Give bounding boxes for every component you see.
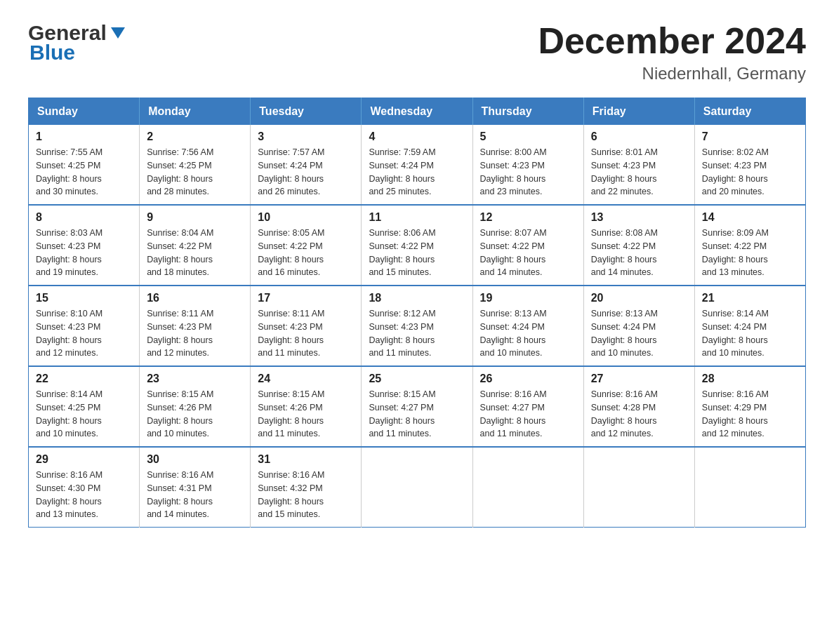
day-info: Sunrise: 8:11 AM Sunset: 4:23 PM Dayligh… bbox=[258, 307, 354, 360]
calendar-day-cell: 20 Sunrise: 8:13 AM Sunset: 4:24 PM Dayl… bbox=[583, 286, 694, 366]
svg-marker-0 bbox=[111, 27, 125, 39]
weekday-header-cell: Thursday bbox=[472, 98, 583, 126]
day-info: Sunrise: 8:16 AM Sunset: 4:30 PM Dayligh… bbox=[36, 469, 132, 521]
page-header: General Blue December 2024 Niedernhall, … bbox=[28, 21, 806, 83]
day-number: 14 bbox=[702, 211, 798, 224]
day-info: Sunrise: 8:16 AM Sunset: 4:32 PM Dayligh… bbox=[258, 469, 354, 521]
day-number: 1 bbox=[36, 130, 132, 143]
day-info: Sunrise: 8:03 AM Sunset: 4:23 PM Dayligh… bbox=[36, 227, 132, 279]
calendar-day-cell: 17 Sunrise: 8:11 AM Sunset: 4:23 PM Dayl… bbox=[251, 286, 362, 366]
weekday-header-cell: Wednesday bbox=[362, 98, 472, 126]
calendar-day-cell: 15 Sunrise: 8:10 AM Sunset: 4:23 PM Dayl… bbox=[29, 286, 140, 366]
day-number: 29 bbox=[36, 453, 132, 466]
day-info: Sunrise: 8:13 AM Sunset: 4:24 PM Dayligh… bbox=[480, 307, 576, 360]
day-info: Sunrise: 8:10 AM Sunset: 4:23 PM Dayligh… bbox=[36, 307, 132, 360]
day-info: Sunrise: 8:14 AM Sunset: 4:25 PM Dayligh… bbox=[36, 388, 132, 441]
day-info: Sunrise: 8:08 AM Sunset: 4:22 PM Dayligh… bbox=[591, 227, 687, 279]
calendar-day-cell: 10 Sunrise: 8:05 AM Sunset: 4:22 PM Dayl… bbox=[251, 205, 362, 286]
day-number: 25 bbox=[369, 373, 465, 385]
day-info: Sunrise: 8:01 AM Sunset: 4:23 PM Dayligh… bbox=[591, 146, 687, 199]
title-area: December 2024 Niedernhall, Germany bbox=[538, 21, 806, 83]
day-info: Sunrise: 8:15 AM Sunset: 4:26 PM Dayligh… bbox=[258, 388, 354, 441]
day-number: 28 bbox=[702, 373, 798, 385]
day-number: 4 bbox=[369, 130, 465, 143]
day-info: Sunrise: 7:57 AM Sunset: 4:24 PM Dayligh… bbox=[258, 146, 354, 199]
day-number: 2 bbox=[147, 130, 243, 143]
calendar-day-cell: 16 Sunrise: 8:11 AM Sunset: 4:23 PM Dayl… bbox=[140, 286, 251, 366]
calendar-day-cell bbox=[362, 447, 472, 528]
calendar-day-cell: 7 Sunrise: 8:02 AM Sunset: 4:23 PM Dayli… bbox=[694, 125, 805, 205]
calendar-week-row: 8 Sunrise: 8:03 AM Sunset: 4:23 PM Dayli… bbox=[29, 205, 806, 286]
calendar-day-cell: 14 Sunrise: 8:09 AM Sunset: 4:22 PM Dayl… bbox=[694, 205, 805, 286]
day-info: Sunrise: 8:13 AM Sunset: 4:24 PM Dayligh… bbox=[591, 307, 687, 360]
calendar-day-cell: 26 Sunrise: 8:16 AM Sunset: 4:27 PM Dayl… bbox=[472, 366, 583, 447]
calendar-day-cell: 13 Sunrise: 8:08 AM Sunset: 4:22 PM Dayl… bbox=[583, 205, 694, 286]
calendar-day-cell: 19 Sunrise: 8:13 AM Sunset: 4:24 PM Dayl… bbox=[472, 286, 583, 366]
calendar-day-cell: 24 Sunrise: 8:15 AM Sunset: 4:26 PM Dayl… bbox=[251, 366, 362, 447]
calendar-day-cell bbox=[694, 447, 805, 528]
day-info: Sunrise: 8:00 AM Sunset: 4:23 PM Dayligh… bbox=[480, 146, 576, 199]
day-number: 19 bbox=[480, 292, 576, 304]
day-number: 30 bbox=[147, 453, 243, 466]
calendar-week-row: 22 Sunrise: 8:14 AM Sunset: 4:25 PM Dayl… bbox=[29, 366, 806, 447]
location-title: Niedernhall, Germany bbox=[538, 64, 806, 83]
day-number: 22 bbox=[36, 373, 132, 385]
day-info: Sunrise: 7:59 AM Sunset: 4:24 PM Dayligh… bbox=[369, 146, 465, 199]
calendar-table: SundayMondayTuesdayWednesdayThursdayFrid… bbox=[28, 98, 806, 528]
day-info: Sunrise: 8:16 AM Sunset: 4:28 PM Dayligh… bbox=[591, 388, 687, 441]
calendar-week-row: 15 Sunrise: 8:10 AM Sunset: 4:23 PM Dayl… bbox=[29, 286, 806, 366]
day-number: 16 bbox=[147, 292, 243, 304]
calendar-day-cell: 25 Sunrise: 8:15 AM Sunset: 4:27 PM Dayl… bbox=[362, 366, 472, 447]
calendar-day-cell bbox=[472, 447, 583, 528]
calendar-day-cell: 30 Sunrise: 8:16 AM Sunset: 4:31 PM Dayl… bbox=[140, 447, 251, 528]
calendar-week-row: 29 Sunrise: 8:16 AM Sunset: 4:30 PM Dayl… bbox=[29, 447, 806, 528]
calendar-day-cell: 22 Sunrise: 8:14 AM Sunset: 4:25 PM Dayl… bbox=[29, 366, 140, 447]
day-number: 5 bbox=[480, 130, 576, 143]
calendar-day-cell: 5 Sunrise: 8:00 AM Sunset: 4:23 PM Dayli… bbox=[472, 125, 583, 205]
day-info: Sunrise: 8:06 AM Sunset: 4:22 PM Dayligh… bbox=[369, 227, 465, 279]
month-title: December 2024 bbox=[538, 21, 806, 61]
day-number: 31 bbox=[258, 453, 354, 466]
calendar-day-cell: 31 Sunrise: 8:16 AM Sunset: 4:32 PM Dayl… bbox=[251, 447, 362, 528]
day-number: 21 bbox=[702, 292, 798, 304]
day-number: 7 bbox=[702, 130, 798, 143]
day-number: 10 bbox=[258, 211, 354, 224]
calendar-body: 1 Sunrise: 7:55 AM Sunset: 4:25 PM Dayli… bbox=[29, 125, 806, 528]
day-number: 3 bbox=[258, 130, 354, 143]
day-info: Sunrise: 8:16 AM Sunset: 4:31 PM Dayligh… bbox=[147, 469, 243, 521]
calendar-day-cell bbox=[583, 447, 694, 528]
day-number: 27 bbox=[591, 373, 687, 385]
calendar-day-cell: 8 Sunrise: 8:03 AM Sunset: 4:23 PM Dayli… bbox=[29, 205, 140, 286]
logo: General Blue bbox=[28, 21, 128, 65]
day-info: Sunrise: 7:55 AM Sunset: 4:25 PM Dayligh… bbox=[36, 146, 132, 199]
day-number: 15 bbox=[36, 292, 132, 304]
logo-blue-text: Blue bbox=[29, 41, 75, 65]
calendar-day-cell: 23 Sunrise: 8:15 AM Sunset: 4:26 PM Dayl… bbox=[140, 366, 251, 447]
day-info: Sunrise: 8:04 AM Sunset: 4:22 PM Dayligh… bbox=[147, 227, 243, 279]
calendar-day-cell: 1 Sunrise: 7:55 AM Sunset: 4:25 PM Dayli… bbox=[29, 125, 140, 205]
day-number: 24 bbox=[258, 373, 354, 385]
calendar-week-row: 1 Sunrise: 7:55 AM Sunset: 4:25 PM Dayli… bbox=[29, 125, 806, 205]
weekday-header-cell: Tuesday bbox=[251, 98, 362, 126]
logo-triangle-icon bbox=[108, 23, 128, 43]
calendar-day-cell: 4 Sunrise: 7:59 AM Sunset: 4:24 PM Dayli… bbox=[362, 125, 472, 205]
day-number: 20 bbox=[591, 292, 687, 304]
day-number: 8 bbox=[36, 211, 132, 224]
calendar-day-cell: 18 Sunrise: 8:12 AM Sunset: 4:23 PM Dayl… bbox=[362, 286, 472, 366]
day-info: Sunrise: 8:15 AM Sunset: 4:26 PM Dayligh… bbox=[147, 388, 243, 441]
day-info: Sunrise: 8:15 AM Sunset: 4:27 PM Dayligh… bbox=[369, 388, 465, 441]
calendar-day-cell: 3 Sunrise: 7:57 AM Sunset: 4:24 PM Dayli… bbox=[251, 125, 362, 205]
day-number: 17 bbox=[258, 292, 354, 304]
calendar-day-cell: 12 Sunrise: 8:07 AM Sunset: 4:22 PM Dayl… bbox=[472, 205, 583, 286]
calendar-day-cell: 28 Sunrise: 8:16 AM Sunset: 4:29 PM Dayl… bbox=[694, 366, 805, 447]
calendar-day-cell: 27 Sunrise: 8:16 AM Sunset: 4:28 PM Dayl… bbox=[583, 366, 694, 447]
weekday-header-cell: Monday bbox=[140, 98, 251, 126]
calendar-day-cell: 29 Sunrise: 8:16 AM Sunset: 4:30 PM Dayl… bbox=[29, 447, 140, 528]
weekday-header-cell: Saturday bbox=[694, 98, 805, 126]
day-number: 12 bbox=[480, 211, 576, 224]
day-info: Sunrise: 8:14 AM Sunset: 4:24 PM Dayligh… bbox=[702, 307, 798, 360]
day-info: Sunrise: 7:56 AM Sunset: 4:25 PM Dayligh… bbox=[147, 146, 243, 199]
day-info: Sunrise: 8:16 AM Sunset: 4:27 PM Dayligh… bbox=[480, 388, 576, 441]
weekday-header-row: SundayMondayTuesdayWednesdayThursdayFrid… bbox=[29, 98, 806, 126]
day-info: Sunrise: 8:07 AM Sunset: 4:22 PM Dayligh… bbox=[480, 227, 576, 279]
